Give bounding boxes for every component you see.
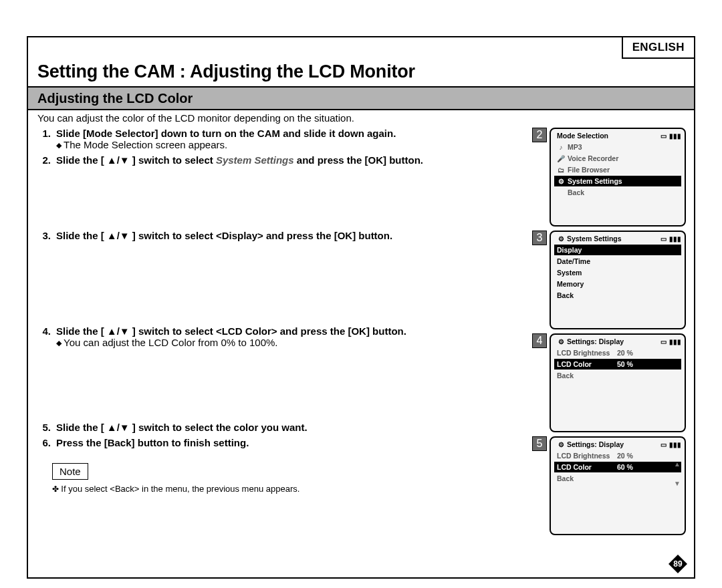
gear-icon: ⚙ — [557, 178, 565, 185]
arrow-down-icon: ▼ — [674, 480, 681, 487]
screen-5-wrap: 5 ⚙ Settings: Display ▭▮▮▮ LCD Brightnes… — [532, 436, 690, 535]
step-text: Slide the [ ▲/▼ ] switch to select the c… — [56, 422, 308, 433]
step-text: Slide the [ ▲/▼ ] switch to select <Disp… — [56, 230, 392, 241]
step-5: 5. Slide the [ ▲/▼ ] switch to select th… — [37, 422, 528, 433]
menu-item-system: System — [554, 267, 681, 278]
step-text-pre: Slide the [ ▲/▼ ] switch to select — [56, 154, 216, 166]
battery-icon: ▮▮▮ — [669, 441, 681, 448]
screen-4-wrap: 4 ⚙ Settings: Display ▭▮▮▮ LCD Brightnes… — [532, 333, 690, 432]
step-number: 1. — [37, 128, 56, 150]
step-text: Slide [Mode Selector] down to turn on th… — [56, 128, 396, 139]
status-icons: ▭▮▮▮ — [660, 235, 681, 243]
battery-icon: ▮▮▮ — [669, 338, 681, 345]
step-4: 4. Slide the [ ▲/▼ ] switch to select <L… — [37, 325, 528, 348]
screen-settings-display-2: ⚙ Settings: Display ▭▮▮▮ LCD Brightness2… — [550, 436, 686, 535]
row-lcd-color: LCD Color50 % — [554, 359, 681, 370]
status-icons: ▭▮▮▮ — [660, 441, 681, 448]
note-text: If you select <Back> in the menu, the pr… — [37, 484, 528, 494]
screen-title: Settings: Display — [567, 337, 624, 345]
step-1: 1. Slide [Mode Selector] down to turn on… — [37, 128, 528, 150]
card-icon: ▭ — [660, 132, 667, 140]
step-text: Slide the [ ▲/▼ ] switch to select <LCD … — [56, 325, 406, 337]
music-icon: ♪ — [557, 144, 565, 151]
step-number: 2. — [37, 154, 56, 166]
intro-text: You can adjust the color of the LCD moni… — [28, 110, 694, 126]
content-row: 1. Slide [Mode Selector] down to turn on… — [28, 128, 694, 539]
screen-title: System Settings — [567, 235, 622, 243]
step-number: 5. — [37, 422, 56, 433]
screen-number: 3 — [532, 231, 547, 245]
battery-icon: ▮▮▮ — [669, 235, 681, 243]
battery-icon: ▮▮▮ — [669, 132, 681, 140]
updown-arrows: ▲▼ — [674, 460, 681, 487]
card-icon: ▭ — [660, 235, 667, 243]
status-icons: ▭▮▮▮ — [660, 132, 681, 140]
step-sub: You can adjust the LCD Color from 0% to … — [56, 337, 528, 348]
screens-column: 2 Mode Selection ▭▮▮▮ ♪MP3 🎤Voice Record… — [532, 128, 690, 539]
gear-icon: ⚙ — [557, 441, 565, 448]
step-number: 6. — [37, 437, 56, 448]
step-sub: The Mode Selection screen appears. — [56, 139, 528, 150]
screen-3-wrap: 3 ⚙ System Settings ▭▮▮▮ Display Date/Ti… — [532, 231, 690, 329]
screen-settings-display-1: ⚙ Settings: Display ▭▮▮▮ LCD Brightness2… — [550, 333, 686, 432]
row-brightness: LCD Brightness20 % — [554, 347, 681, 358]
step-text-post: and press the [OK] button. — [294, 154, 423, 166]
screen-title: Mode Selection — [557, 132, 608, 140]
steps-column: 1. Slide [Mode Selector] down to turn on… — [37, 128, 532, 539]
step-number: 4. — [37, 325, 56, 348]
screen-number: 4 — [532, 333, 547, 348]
menu-item-display: Display — [554, 245, 681, 255]
step-3: 3. Slide the [ ▲/▼ ] switch to select <D… — [37, 230, 528, 241]
arrow-up-icon: ▲ — [674, 460, 681, 468]
card-icon: ▭ — [660, 441, 667, 448]
step-text: Press the [Back] button to finish settin… — [56, 437, 249, 448]
language-box: ENGLISH — [622, 36, 695, 59]
page-title: Setting the CAM : Adjusting the LCD Moni… — [28, 37, 694, 88]
note-label-box: Note — [52, 463, 88, 480]
step-text-em: System Settings — [216, 154, 294, 166]
screen-title: Settings: Display — [567, 440, 624, 448]
screen-number: 5 — [532, 436, 547, 451]
step-number: 3. — [37, 230, 56, 241]
manual-page: ENGLISH Setting the CAM : Adjusting the … — [27, 36, 695, 579]
gear-icon: ⚙ — [557, 338, 565, 345]
menu-item-datetime: Date/Time — [554, 256, 681, 267]
step-2: 2. Slide the [ ▲/▼ ] switch to select Sy… — [37, 154, 528, 166]
mic-icon: 🎤 — [557, 155, 565, 162]
folder-icon: 🗂 — [557, 166, 565, 174]
screen-mode-selection: Mode Selection ▭▮▮▮ ♪MP3 🎤Voice Recorder… — [550, 128, 686, 227]
screen-system-settings: ⚙ System Settings ▭▮▮▮ Display Date/Time… — [550, 231, 686, 329]
status-icons: ▭▮▮▮ — [660, 338, 681, 345]
menu-item-voice: 🎤Voice Recorder — [554, 153, 681, 164]
row-brightness: LCD Brightness20 % — [554, 450, 681, 461]
menu-item-system-settings: ⚙System Settings — [554, 176, 681, 186]
gear-icon: ⚙ — [557, 235, 565, 243]
page-number-badge: 89 — [669, 555, 687, 573]
row-back: Back — [554, 370, 681, 381]
row-lcd-color: LCD Color60 % — [554, 462, 681, 472]
screen-2-wrap: 2 Mode Selection ▭▮▮▮ ♪MP3 🎤Voice Record… — [532, 128, 690, 227]
section-title: Adjusting the LCD Color — [28, 88, 694, 110]
menu-item-filebrowser: 🗂File Browser — [554, 164, 681, 175]
menu-item-memory: Memory — [554, 279, 681, 289]
row-back: Back — [554, 473, 681, 484]
screen-number: 2 — [532, 128, 547, 142]
step-6: 6. Press the [Back] button to finish set… — [37, 437, 528, 448]
menu-item-back: Back — [554, 187, 681, 198]
menu-item-back: Back — [554, 290, 681, 301]
menu-item-mp3: ♪MP3 — [554, 142, 681, 152]
page-number: 89 — [669, 555, 687, 573]
card-icon: ▭ — [660, 338, 667, 345]
